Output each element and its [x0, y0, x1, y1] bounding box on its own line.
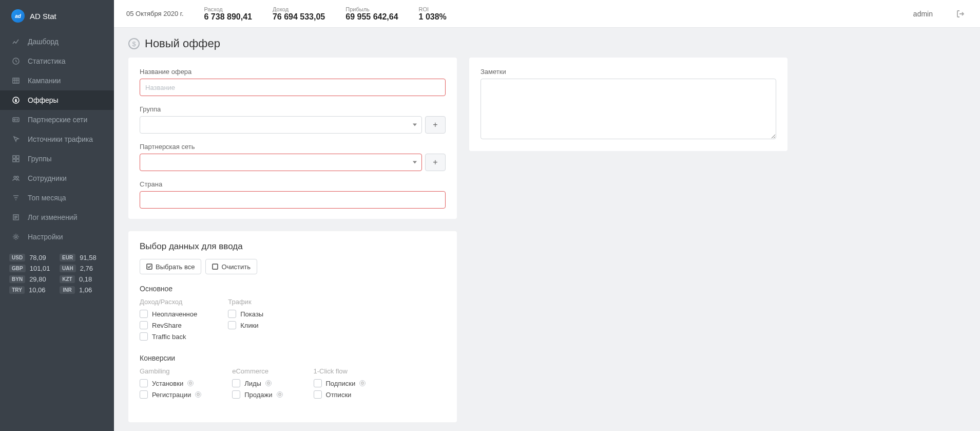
income-group-label: Доход/Расход — [140, 298, 197, 306]
nav-sources[interactable]: Источники трафика — [0, 129, 114, 149]
rate-usd: USD78,09 — [9, 254, 54, 261]
sidebar-header: ad AD Stat — [0, 0, 114, 32]
country-input[interactable] — [140, 191, 446, 209]
rate-eur: EUR91,58 — [60, 254, 105, 261]
nav-staff[interactable]: Сотрудники — [0, 168, 114, 188]
conv-subtitle: Конверсии — [140, 354, 446, 362]
add-group-button[interactable]: + — [425, 116, 446, 134]
gear-icon — [11, 232, 21, 241]
notes-card: Заметки — [469, 58, 787, 151]
add-network-button[interactable]: + — [425, 154, 446, 171]
plus-icon: + — [433, 158, 437, 167]
traffic-group-label: Трафик — [228, 298, 263, 306]
checkbox-icon — [140, 379, 148, 387]
group-select[interactable] — [140, 116, 422, 134]
data-selection-card: Выбор данных для ввода Выбрать все Очист… — [128, 231, 457, 422]
check-icon — [146, 264, 152, 270]
network-select[interactable] — [140, 154, 422, 171]
notes-textarea[interactable] — [481, 79, 776, 139]
nav-top-month[interactable]: Топ месяца — [0, 188, 114, 208]
page-title-row: $ Новый оффер — [128, 37, 966, 50]
cb-clicks[interactable]: Клики — [228, 321, 263, 329]
sidebar: ad AD Stat Дашборд Статистика Кампании О… — [0, 0, 114, 431]
nav-changelog[interactable]: Лог изменений — [0, 208, 114, 227]
gear-small-icon[interactable]: ⚙ — [195, 391, 201, 398]
select-all-button[interactable]: Выбрать все — [140, 259, 201, 274]
cb-sales[interactable]: Продажи⚙ — [232, 390, 282, 399]
nav-offers[interactable]: Офферы — [0, 90, 114, 110]
users-icon — [11, 174, 21, 183]
cb-trafficback[interactable]: Traffic back — [140, 332, 197, 341]
gambling-group-label: Gambiling — [140, 367, 201, 375]
metric-spend: Расход6 738 890,41 — [204, 6, 252, 22]
svg-point-12 — [15, 236, 17, 238]
nav-statistics[interactable]: Статистика — [0, 51, 114, 71]
logout-button[interactable] — [953, 7, 968, 21]
metric-profit: Прибыль69 955 642,64 — [345, 6, 398, 22]
id-icon — [11, 115, 21, 124]
nav-networks[interactable]: Партнерские сети — [0, 110, 114, 129]
cb-installs[interactable]: Установки⚙ — [140, 379, 201, 387]
rate-gbp: GBP101,01 — [9, 265, 54, 272]
cursor-icon — [11, 135, 21, 144]
dashboard-icon — [11, 154, 21, 163]
cb-leads[interactable]: Лиды⚙ — [232, 379, 282, 387]
filter-icon — [11, 193, 21, 202]
cb-subscriptions[interactable]: Подписки⚙ — [314, 379, 366, 387]
app-name: AD Stat — [30, 12, 56, 21]
gear-small-icon[interactable]: ⚙ — [187, 380, 194, 386]
grid-icon — [11, 76, 21, 85]
name-input[interactable] — [140, 79, 446, 96]
checkbox-icon — [228, 321, 236, 329]
svg-point-10 — [16, 176, 18, 178]
main-subtitle: Основное — [140, 285, 446, 293]
cb-revshare[interactable]: RevShare — [140, 321, 197, 329]
clear-button[interactable]: Очистить — [205, 259, 257, 274]
country-label: Страна — [140, 180, 446, 188]
checkbox-icon — [314, 379, 322, 387]
rate-try: TRY10,06 — [9, 286, 54, 294]
nav-campaigns[interactable]: Кампании — [0, 71, 114, 90]
topbar-user[interactable]: admin — [913, 10, 933, 18]
checkbox-icon — [140, 390, 148, 399]
ecom-group-label: eCommerce — [232, 367, 282, 375]
gear-small-icon[interactable]: ⚙ — [277, 391, 283, 398]
cb-unpaid[interactable]: Неоплаченное — [140, 310, 197, 318]
data-sel-title: Выбор данных для ввода — [140, 241, 446, 252]
checkbox-icon — [140, 332, 148, 341]
nav-dashboard[interactable]: Дашборд — [0, 32, 114, 51]
checkbox-icon — [232, 379, 240, 387]
rate-inr: INR1,06 — [60, 286, 105, 294]
page-title: Новый оффер — [145, 37, 220, 50]
svg-rect-7 — [13, 159, 15, 162]
group-label: Группа — [140, 105, 446, 113]
svg-rect-1 — [13, 78, 19, 83]
metric-roi: ROI1 038% — [419, 6, 447, 22]
rate-kzt: KZT0,18 — [60, 275, 105, 283]
svg-rect-8 — [16, 159, 19, 162]
clock-icon — [11, 57, 21, 66]
logo-icon: ad — [11, 9, 25, 23]
svg-rect-14 — [213, 264, 218, 269]
topbar-date: 05 Октября 2020 г. — [126, 10, 184, 17]
chart-icon — [11, 37, 21, 46]
checkbox-icon — [140, 310, 148, 318]
nav-groups[interactable]: Группы — [0, 149, 114, 168]
cb-registrations[interactable]: Регистрации⚙ — [140, 390, 201, 399]
notes-label: Заметки — [481, 68, 776, 76]
checkbox-icon — [140, 321, 148, 329]
gear-small-icon[interactable]: ⚙ — [359, 380, 366, 386]
nav-settings[interactable]: Настройки — [0, 227, 114, 247]
name-label: Название офера — [140, 68, 446, 76]
nav: Дашборд Статистика Кампании Офферы Партн… — [0, 32, 114, 247]
offer-form-card: Название офера Группа + Партнерская сеть — [128, 58, 457, 219]
rate-uah: UAH2,76 — [60, 265, 105, 272]
checkbox-icon — [232, 390, 240, 399]
plus-icon: + — [433, 120, 437, 129]
cb-unsubscriptions[interactable]: Отписки — [314, 390, 366, 399]
svg-point-9 — [14, 176, 16, 178]
topbar: 05 Октября 2020 г. Расход6 738 890,41 До… — [114, 0, 980, 28]
svg-rect-6 — [16, 156, 19, 158]
gear-small-icon[interactable]: ⚙ — [265, 380, 272, 386]
cb-impressions[interactable]: Показы — [228, 310, 263, 318]
